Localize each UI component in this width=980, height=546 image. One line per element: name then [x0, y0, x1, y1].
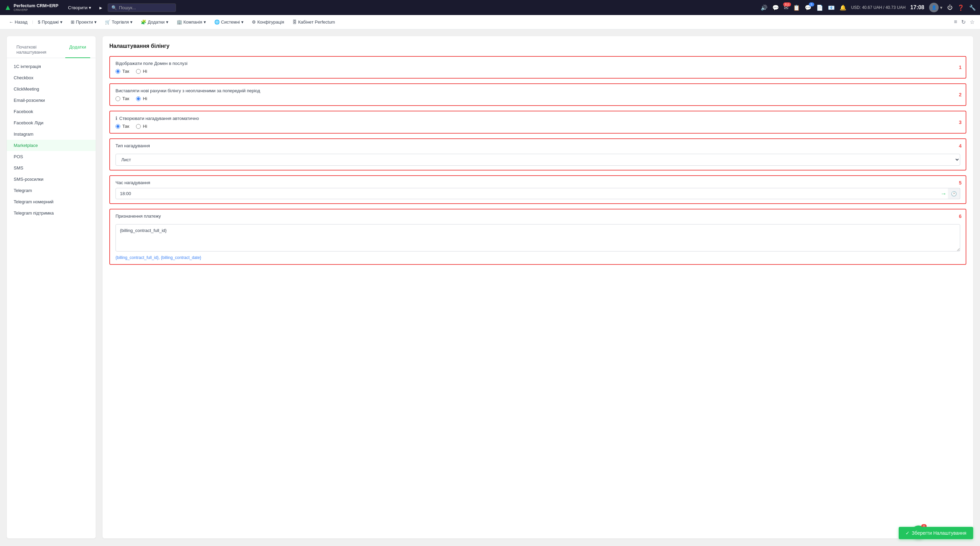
email-icon[interactable]: 📧: [828, 5, 835, 11]
save-button-wrap: ✓ Зберегти Налаштування: [899, 527, 973, 539]
sidebar-item-telegram-numbered[interactable]: Telegram номерний: [7, 196, 95, 207]
sidebar-item-clickmeeting[interactable]: ClickMeeting: [7, 83, 95, 95]
avatar: 👤: [929, 3, 939, 12]
section-invoices: 2 Виставляти нові рахунки білінгу з неоп…: [109, 83, 966, 106]
sidebar-item-facebook[interactable]: Facebook: [7, 106, 95, 117]
refresh-icon[interactable]: ↻: [961, 19, 966, 25]
save-button[interactable]: ✓ Зберегти Налаштування: [899, 527, 973, 539]
document-icon[interactable]: 📄: [816, 5, 823, 11]
chat-icon[interactable]: 💬: [772, 5, 779, 11]
section-number-2: 2: [959, 92, 961, 97]
sidebar-item-telegram-support[interactable]: Telegram підтримка: [7, 207, 95, 219]
section-3-radio-no[interactable]: Ні: [136, 124, 147, 129]
time-arrow-icon: →: [940, 190, 947, 197]
sidebar-item-instagram[interactable]: Instagram: [7, 129, 95, 140]
section-payment-purpose: 6 Призначення платежу {billing_contract_…: [109, 209, 966, 265]
chevron-sales: ▾: [60, 19, 62, 25]
nav-trade[interactable]: 🛒 Торгівля ▾: [102, 18, 136, 26]
tab-initial[interactable]: Початкові налаштування: [12, 42, 65, 58]
filter-icon[interactable]: ≡: [954, 19, 957, 25]
payment-hint: {billing_contract_full_id}, {billing_con…: [116, 255, 960, 260]
nav-icons: 🔊 💬 ✉ 311 📋 💬 5 📄 📧 🔔 USD: 40.67 UAH / 4…: [760, 3, 976, 12]
info-icon[interactable]: ℹ: [116, 116, 117, 121]
section-number-5: 5: [959, 180, 961, 186]
time-clock-button[interactable]: 🕐: [948, 188, 960, 199]
chevron-system: ▾: [241, 19, 243, 25]
section-2-radio-yes[interactable]: Так: [116, 96, 129, 101]
bell-icon[interactable]: 🔔: [840, 5, 846, 11]
settings-icon[interactable]: 🔧: [969, 5, 976, 11]
nav-company[interactable]: 🏢 Компанія ▾: [173, 18, 210, 26]
nav-system[interactable]: 🌐 Системні ▾: [211, 18, 247, 26]
chart-button[interactable]: ▸: [97, 3, 105, 12]
reminder-time-label: Час нагадування: [116, 180, 960, 185]
sidebar-item-marketplace[interactable]: Marketplace: [7, 140, 95, 151]
nav-projects[interactable]: ⊞ Проекти ▾: [67, 18, 100, 26]
sidebar-item-facebook-leads[interactable]: Facebook Ліди: [7, 117, 95, 129]
power-icon[interactable]: ⏻: [947, 5, 953, 11]
time-input[interactable]: [116, 188, 960, 199]
payment-purpose-textarea[interactable]: {billing_contract_full_id}: [116, 224, 960, 252]
payment-purpose-label: Призначення платежу: [116, 213, 960, 219]
sidebar-item-telegram[interactable]: Telegram: [7, 185, 95, 196]
sidebar-item-checkbox[interactable]: Checkbox: [7, 72, 95, 83]
currency-text: USD: 40.67 UAH / 40.73 UAH: [851, 5, 905, 10]
sidebar-item-sms-mailings[interactable]: SMS-розсилки: [7, 174, 95, 185]
search-input[interactable]: [119, 5, 167, 10]
tab-addons[interactable]: Додатки: [65, 42, 90, 58]
globe-icon: 🌐: [214, 19, 220, 25]
star-icon[interactable]: ☆: [970, 19, 975, 25]
chevron-company: ▾: [204, 19, 206, 25]
nav-addons[interactable]: 🧩 Додатки ▾: [137, 18, 172, 26]
search-icon: 🔍: [111, 5, 117, 10]
search-box[interactable]: 🔍: [108, 3, 176, 12]
sidebar-item-sms[interactable]: SMS: [7, 162, 95, 174]
second-navigation: ← Назад | $ Продажі ▾ ⊞ Проекти ▾ 🛒 Торг…: [0, 15, 980, 29]
section-1-radio-yes[interactable]: Так: [116, 68, 129, 74]
building-icon: 🏢: [177, 19, 182, 25]
section-reminder-time: 5 Час нагадування → 🕐: [109, 175, 966, 204]
section-3-label: ℹ Створювати нагадування автоматично: [116, 116, 960, 121]
volume-icon[interactable]: 🔊: [760, 5, 767, 11]
back-arrow-icon: ←: [9, 19, 13, 25]
section-domain: 1 Відображати поле Домен в послузі Так Н…: [109, 56, 966, 79]
page-content: Початкові налаштування Додатки 1С інтегр…: [0, 29, 980, 545]
chevron-trade: ▾: [130, 19, 132, 25]
logo-main: Perfectum CRM+ERP: [14, 3, 59, 8]
top-navigation: ▲ Perfectum CRM+ERP CRM·ERP Створити ▾ ▸…: [0, 0, 980, 15]
nav-sales[interactable]: $ Продажі ▾: [35, 18, 66, 26]
section-2-radio-no[interactable]: Ні: [136, 96, 147, 101]
logo-text-area: Perfectum CRM+ERP CRM·ERP: [14, 3, 59, 12]
section-1-radio-no[interactable]: Ні: [136, 68, 147, 74]
check-icon: ✓: [905, 530, 910, 536]
time-display: 17:08: [910, 5, 924, 11]
chevron-projects: ▾: [94, 19, 97, 25]
message-icon[interactable]: 💬 5: [805, 5, 811, 11]
nav-cabinet[interactable]: 🗄 Кабінет Perfectum: [289, 18, 339, 26]
section-reminders: 3 ℹ Створювати нагадування автоматично Т…: [109, 111, 966, 134]
section-3-radio-yes[interactable]: Так: [116, 124, 129, 129]
message-badge: 5: [809, 2, 814, 6]
sidebar-item-email[interactable]: Email-розсилки: [7, 95, 95, 106]
logo: ▲ Perfectum CRM+ERP CRM·ERP: [4, 3, 59, 12]
nav-config[interactable]: ⚙ Конфігурація: [248, 18, 288, 26]
clipboard-icon[interactable]: 📋: [793, 5, 800, 11]
cabinet-icon: 🗄: [293, 19, 297, 25]
mail-icon[interactable]: ✉ 311: [784, 5, 788, 11]
sidebar-item-1c[interactable]: 1С інтеграція: [7, 61, 95, 72]
section-1-radio-group: Так Ні: [116, 68, 960, 74]
sidebar-item-pos[interactable]: POS: [7, 151, 95, 162]
chevron-addons: ▾: [166, 19, 169, 25]
puzzle-icon: 🧩: [141, 19, 146, 25]
logo-sub: CRM·ERP: [14, 8, 59, 12]
help-icon[interactable]: ❓: [958, 5, 964, 11]
mail-badge: 311: [783, 2, 791, 6]
back-button[interactable]: ← Назад: [5, 18, 31, 26]
main-content: Налаштування білінгу 1 Відображати поле …: [102, 36, 973, 538]
avatar-area[interactable]: 👤 ▾: [929, 3, 942, 12]
reminder-type-select[interactable]: Лист SMS Push: [116, 154, 960, 166]
section-3-radio-group: Так Ні: [116, 124, 960, 129]
section-number-4: 4: [959, 143, 961, 149]
create-button[interactable]: Створити ▾: [65, 4, 94, 12]
second-nav-right: ≡ ↻ ☆: [954, 19, 975, 25]
